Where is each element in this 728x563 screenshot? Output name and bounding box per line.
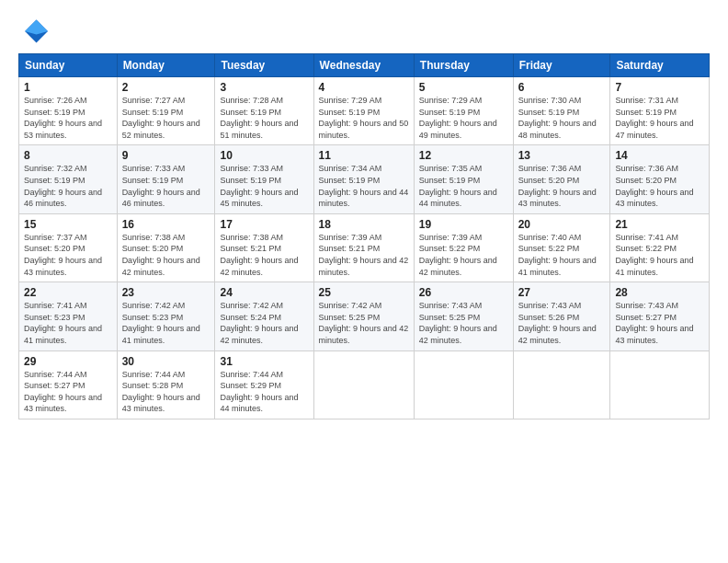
calendar-cell: 25 Sunrise: 7:42 AMSunset: 5:25 PMDaylig…: [313, 282, 414, 350]
day-number: 26: [419, 286, 508, 299]
logo: [18, 17, 51, 46]
calendar-cell: 22 Sunrise: 7:41 AMSunset: 5:23 PMDaylig…: [19, 282, 118, 350]
day-number: 13: [518, 149, 606, 162]
day-detail: Sunrise: 7:28 AMSunset: 5:19 PMDaylight:…: [220, 96, 298, 140]
calendar-cell: 12 Sunrise: 7:35 AMSunset: 5:19 PMDaylig…: [414, 145, 513, 213]
calendar-cell: 11 Sunrise: 7:34 AMSunset: 5:19 PMDaylig…: [313, 145, 414, 213]
calendar-cell: 14 Sunrise: 7:36 AMSunset: 5:20 PMDaylig…: [610, 145, 710, 213]
day-number: 5: [419, 81, 508, 94]
weekday-header: Sunday: [19, 54, 118, 77]
day-number: 9: [122, 149, 210, 162]
calendar-cell: 13 Sunrise: 7:36 AMSunset: 5:20 PMDaylig…: [513, 145, 610, 213]
calendar-week-row: 15 Sunrise: 7:37 AMSunset: 5:20 PMDaylig…: [19, 213, 710, 282]
day-detail: Sunrise: 7:31 AMSunset: 5:19 PMDaylight:…: [615, 96, 693, 140]
day-number: 8: [24, 149, 112, 162]
calendar-table: SundayMondayTuesdayWednesdayThursdayFrid…: [18, 53, 710, 419]
day-number: 12: [419, 149, 508, 162]
day-number: 1: [24, 81, 112, 94]
day-number: 10: [220, 149, 308, 162]
calendar-cell: 19 Sunrise: 7:39 AMSunset: 5:22 PMDaylig…: [414, 213, 513, 282]
calendar-header-row: SundayMondayTuesdayWednesdayThursdayFrid…: [19, 54, 710, 77]
weekday-header: Thursday: [414, 54, 513, 77]
day-detail: Sunrise: 7:42 AMSunset: 5:24 PMDaylight:…: [220, 301, 298, 345]
day-detail: Sunrise: 7:29 AMSunset: 5:19 PMDaylight:…: [419, 96, 497, 140]
day-number: 23: [122, 286, 210, 299]
weekday-header: Tuesday: [215, 54, 313, 77]
calendar-cell: 30 Sunrise: 7:44 AMSunset: 5:28 PMDaylig…: [117, 350, 215, 419]
calendar-cell: 21 Sunrise: 7:41 AMSunset: 5:22 PMDaylig…: [610, 213, 710, 282]
day-number: 16: [122, 218, 210, 231]
calendar-cell: 27 Sunrise: 7:43 AMSunset: 5:26 PMDaylig…: [513, 282, 610, 350]
day-number: 14: [615, 149, 704, 162]
calendar-cell: 31 Sunrise: 7:44 AMSunset: 5:29 PMDaylig…: [215, 350, 313, 419]
day-number: 2: [122, 81, 210, 94]
day-number: 30: [122, 355, 210, 368]
day-detail: Sunrise: 7:26 AMSunset: 5:19 PMDaylight:…: [24, 96, 102, 140]
header: [18, 17, 710, 46]
day-detail: Sunrise: 7:43 AMSunset: 5:26 PMDaylight:…: [518, 301, 597, 345]
calendar-week-row: 8 Sunrise: 7:32 AMSunset: 5:19 PMDayligh…: [19, 145, 710, 213]
calendar-week-row: 29 Sunrise: 7:44 AMSunset: 5:27 PMDaylig…: [19, 350, 710, 419]
day-detail: Sunrise: 7:41 AMSunset: 5:23 PMDaylight:…: [24, 301, 102, 345]
day-number: 3: [220, 81, 308, 94]
day-detail: Sunrise: 7:34 AMSunset: 5:19 PMDaylight:…: [319, 164, 409, 208]
day-detail: Sunrise: 7:43 AMSunset: 5:25 PMDaylight:…: [419, 301, 497, 345]
day-detail: Sunrise: 7:42 AMSunset: 5:23 PMDaylight:…: [122, 301, 200, 345]
calendar-cell: 20 Sunrise: 7:40 AMSunset: 5:22 PMDaylig…: [513, 213, 610, 282]
calendar-cell: 18 Sunrise: 7:39 AMSunset: 5:21 PMDaylig…: [313, 213, 414, 282]
day-number: 22: [24, 286, 112, 299]
calendar-cell: 29 Sunrise: 7:44 AMSunset: 5:27 PMDaylig…: [19, 350, 118, 419]
calendar-cell: 17 Sunrise: 7:38 AMSunset: 5:21 PMDaylig…: [215, 213, 313, 282]
day-detail: Sunrise: 7:27 AMSunset: 5:19 PMDaylight:…: [122, 96, 200, 140]
day-number: 29: [24, 355, 112, 368]
day-number: 17: [220, 218, 308, 231]
day-number: 21: [615, 218, 704, 231]
day-detail: Sunrise: 7:35 AMSunset: 5:19 PMDaylight:…: [419, 164, 497, 208]
day-detail: Sunrise: 7:36 AMSunset: 5:20 PMDaylight:…: [518, 164, 597, 208]
day-detail: Sunrise: 7:32 AMSunset: 5:19 PMDaylight:…: [24, 164, 102, 208]
calendar-cell: [313, 350, 414, 419]
day-detail: Sunrise: 7:40 AMSunset: 5:22 PMDaylight:…: [518, 233, 597, 277]
logo-icon: [18, 17, 48, 46]
day-detail: Sunrise: 7:39 AMSunset: 5:21 PMDaylight:…: [319, 233, 409, 277]
calendar-cell: 24 Sunrise: 7:42 AMSunset: 5:24 PMDaylig…: [215, 282, 313, 350]
calendar-cell: [513, 350, 610, 419]
day-number: 24: [220, 286, 308, 299]
weekday-header: Wednesday: [313, 54, 414, 77]
calendar-week-row: 22 Sunrise: 7:41 AMSunset: 5:23 PMDaylig…: [19, 282, 710, 350]
day-number: 28: [615, 286, 704, 299]
day-detail: Sunrise: 7:38 AMSunset: 5:21 PMDaylight:…: [220, 233, 298, 277]
calendar-cell: [610, 350, 710, 419]
calendar-cell: 23 Sunrise: 7:42 AMSunset: 5:23 PMDaylig…: [117, 282, 215, 350]
calendar-cell: 8 Sunrise: 7:32 AMSunset: 5:19 PMDayligh…: [19, 145, 118, 213]
calendar-cell: 2 Sunrise: 7:27 AMSunset: 5:19 PMDayligh…: [117, 77, 215, 145]
day-detail: Sunrise: 7:42 AMSunset: 5:25 PMDaylight:…: [319, 301, 409, 345]
calendar-cell: 5 Sunrise: 7:29 AMSunset: 5:19 PMDayligh…: [414, 77, 513, 145]
calendar-cell: 9 Sunrise: 7:33 AMSunset: 5:19 PMDayligh…: [117, 145, 215, 213]
day-detail: Sunrise: 7:43 AMSunset: 5:27 PMDaylight:…: [615, 301, 693, 345]
day-detail: Sunrise: 7:44 AMSunset: 5:28 PMDaylight:…: [122, 370, 200, 414]
day-detail: Sunrise: 7:33 AMSunset: 5:19 PMDaylight:…: [122, 164, 200, 208]
day-detail: Sunrise: 7:41 AMSunset: 5:22 PMDaylight:…: [615, 233, 693, 277]
day-number: 31: [220, 355, 308, 368]
day-number: 19: [419, 218, 508, 231]
day-detail: Sunrise: 7:37 AMSunset: 5:20 PMDaylight:…: [24, 233, 102, 277]
calendar-cell: 28 Sunrise: 7:43 AMSunset: 5:27 PMDaylig…: [610, 282, 710, 350]
day-detail: Sunrise: 7:44 AMSunset: 5:29 PMDaylight:…: [220, 370, 298, 414]
calendar-cell: 10 Sunrise: 7:33 AMSunset: 5:19 PMDaylig…: [215, 145, 313, 213]
day-detail: Sunrise: 7:36 AMSunset: 5:20 PMDaylight:…: [615, 164, 693, 208]
day-number: 20: [518, 218, 606, 231]
day-detail: Sunrise: 7:38 AMSunset: 5:20 PMDaylight:…: [122, 233, 200, 277]
day-number: 7: [615, 81, 704, 94]
calendar-cell: [414, 350, 513, 419]
day-detail: Sunrise: 7:33 AMSunset: 5:19 PMDaylight:…: [220, 164, 298, 208]
calendar-cell: 15 Sunrise: 7:37 AMSunset: 5:20 PMDaylig…: [19, 213, 118, 282]
calendar-cell: 16 Sunrise: 7:38 AMSunset: 5:20 PMDaylig…: [117, 213, 215, 282]
calendar-cell: 1 Sunrise: 7:26 AMSunset: 5:19 PMDayligh…: [19, 77, 118, 145]
day-detail: Sunrise: 7:44 AMSunset: 5:27 PMDaylight:…: [24, 370, 102, 414]
weekday-header: Saturday: [610, 54, 710, 77]
day-number: 18: [319, 218, 409, 231]
calendar-week-row: 1 Sunrise: 7:26 AMSunset: 5:19 PMDayligh…: [19, 77, 710, 145]
calendar-cell: 4 Sunrise: 7:29 AMSunset: 5:19 PMDayligh…: [313, 77, 414, 145]
day-number: 11: [319, 149, 409, 162]
